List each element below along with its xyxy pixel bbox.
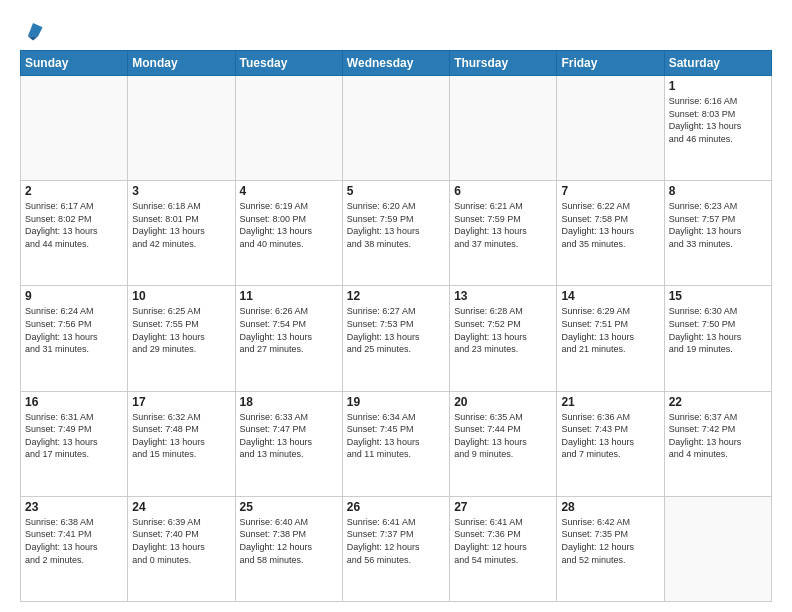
- day-number: 20: [454, 395, 552, 409]
- day-number: 28: [561, 500, 659, 514]
- day-number: 11: [240, 289, 338, 303]
- day-number: 19: [347, 395, 445, 409]
- day-info: Sunrise: 6:22 AM Sunset: 7:58 PM Dayligh…: [561, 200, 659, 250]
- calendar-cell: 8Sunrise: 6:23 AM Sunset: 7:57 PM Daylig…: [664, 181, 771, 286]
- day-info: Sunrise: 6:17 AM Sunset: 8:02 PM Dayligh…: [25, 200, 123, 250]
- calendar-cell: 21Sunrise: 6:36 AM Sunset: 7:43 PM Dayli…: [557, 391, 664, 496]
- calendar-cell: 3Sunrise: 6:18 AM Sunset: 8:01 PM Daylig…: [128, 181, 235, 286]
- calendar-cell: 12Sunrise: 6:27 AM Sunset: 7:53 PM Dayli…: [342, 286, 449, 391]
- day-info: Sunrise: 6:26 AM Sunset: 7:54 PM Dayligh…: [240, 305, 338, 355]
- calendar-cell: 9Sunrise: 6:24 AM Sunset: 7:56 PM Daylig…: [21, 286, 128, 391]
- calendar-cell: 18Sunrise: 6:33 AM Sunset: 7:47 PM Dayli…: [235, 391, 342, 496]
- day-number: 1: [669, 79, 767, 93]
- day-info: Sunrise: 6:23 AM Sunset: 7:57 PM Dayligh…: [669, 200, 767, 250]
- calendar-cell: 23Sunrise: 6:38 AM Sunset: 7:41 PM Dayli…: [21, 496, 128, 601]
- calendar-cell: 16Sunrise: 6:31 AM Sunset: 7:49 PM Dayli…: [21, 391, 128, 496]
- calendar-cell: [342, 76, 449, 181]
- calendar-header-row: SundayMondayTuesdayWednesdayThursdayFrid…: [21, 51, 772, 76]
- day-number: 27: [454, 500, 552, 514]
- day-info: Sunrise: 6:25 AM Sunset: 7:55 PM Dayligh…: [132, 305, 230, 355]
- calendar-header-thursday: Thursday: [450, 51, 557, 76]
- day-number: 16: [25, 395, 123, 409]
- day-info: Sunrise: 6:35 AM Sunset: 7:44 PM Dayligh…: [454, 411, 552, 461]
- day-number: 6: [454, 184, 552, 198]
- calendar-cell: 17Sunrise: 6:32 AM Sunset: 7:48 PM Dayli…: [128, 391, 235, 496]
- day-number: 17: [132, 395, 230, 409]
- day-number: 10: [132, 289, 230, 303]
- calendar-cell: 13Sunrise: 6:28 AM Sunset: 7:52 PM Dayli…: [450, 286, 557, 391]
- day-info: Sunrise: 6:30 AM Sunset: 7:50 PM Dayligh…: [669, 305, 767, 355]
- day-info: Sunrise: 6:21 AM Sunset: 7:59 PM Dayligh…: [454, 200, 552, 250]
- day-info: Sunrise: 6:20 AM Sunset: 7:59 PM Dayligh…: [347, 200, 445, 250]
- day-number: 15: [669, 289, 767, 303]
- day-number: 26: [347, 500, 445, 514]
- day-number: 24: [132, 500, 230, 514]
- day-number: 21: [561, 395, 659, 409]
- day-info: Sunrise: 6:42 AM Sunset: 7:35 PM Dayligh…: [561, 516, 659, 566]
- calendar-cell: 26Sunrise: 6:41 AM Sunset: 7:37 PM Dayli…: [342, 496, 449, 601]
- calendar-cell: 22Sunrise: 6:37 AM Sunset: 7:42 PM Dayli…: [664, 391, 771, 496]
- calendar-cell: 1Sunrise: 6:16 AM Sunset: 8:03 PM Daylig…: [664, 76, 771, 181]
- day-number: 22: [669, 395, 767, 409]
- logo: [20, 20, 44, 42]
- day-info: Sunrise: 6:37 AM Sunset: 7:42 PM Dayligh…: [669, 411, 767, 461]
- day-info: Sunrise: 6:41 AM Sunset: 7:36 PM Dayligh…: [454, 516, 552, 566]
- calendar-cell: [128, 76, 235, 181]
- day-info: Sunrise: 6:31 AM Sunset: 7:49 PM Dayligh…: [25, 411, 123, 461]
- day-number: 12: [347, 289, 445, 303]
- calendar-cell: 20Sunrise: 6:35 AM Sunset: 7:44 PM Dayli…: [450, 391, 557, 496]
- calendar-cell: 10Sunrise: 6:25 AM Sunset: 7:55 PM Dayli…: [128, 286, 235, 391]
- calendar-cell: 7Sunrise: 6:22 AM Sunset: 7:58 PM Daylig…: [557, 181, 664, 286]
- day-info: Sunrise: 6:38 AM Sunset: 7:41 PM Dayligh…: [25, 516, 123, 566]
- day-number: 3: [132, 184, 230, 198]
- calendar-week-row: 16Sunrise: 6:31 AM Sunset: 7:49 PM Dayli…: [21, 391, 772, 496]
- day-info: Sunrise: 6:32 AM Sunset: 7:48 PM Dayligh…: [132, 411, 230, 461]
- day-info: Sunrise: 6:27 AM Sunset: 7:53 PM Dayligh…: [347, 305, 445, 355]
- calendar-week-row: 2Sunrise: 6:17 AM Sunset: 8:02 PM Daylig…: [21, 181, 772, 286]
- calendar-week-row: 23Sunrise: 6:38 AM Sunset: 7:41 PM Dayli…: [21, 496, 772, 601]
- day-info: Sunrise: 6:40 AM Sunset: 7:38 PM Dayligh…: [240, 516, 338, 566]
- calendar-header-tuesday: Tuesday: [235, 51, 342, 76]
- logo-icon: [22, 20, 44, 42]
- calendar-cell: [557, 76, 664, 181]
- calendar-header-friday: Friday: [557, 51, 664, 76]
- calendar-week-row: 1Sunrise: 6:16 AM Sunset: 8:03 PM Daylig…: [21, 76, 772, 181]
- day-info: Sunrise: 6:36 AM Sunset: 7:43 PM Dayligh…: [561, 411, 659, 461]
- calendar-header-monday: Monday: [128, 51, 235, 76]
- day-info: Sunrise: 6:41 AM Sunset: 7:37 PM Dayligh…: [347, 516, 445, 566]
- calendar-header-sunday: Sunday: [21, 51, 128, 76]
- day-number: 13: [454, 289, 552, 303]
- page: SundayMondayTuesdayWednesdayThursdayFrid…: [0, 0, 792, 612]
- calendar-header-saturday: Saturday: [664, 51, 771, 76]
- calendar-cell: 27Sunrise: 6:41 AM Sunset: 7:36 PM Dayli…: [450, 496, 557, 601]
- day-info: Sunrise: 6:19 AM Sunset: 8:00 PM Dayligh…: [240, 200, 338, 250]
- calendar-cell: 15Sunrise: 6:30 AM Sunset: 7:50 PM Dayli…: [664, 286, 771, 391]
- calendar-cell: 24Sunrise: 6:39 AM Sunset: 7:40 PM Dayli…: [128, 496, 235, 601]
- calendar-cell: 28Sunrise: 6:42 AM Sunset: 7:35 PM Dayli…: [557, 496, 664, 601]
- day-number: 2: [25, 184, 123, 198]
- day-info: Sunrise: 6:39 AM Sunset: 7:40 PM Dayligh…: [132, 516, 230, 566]
- svg-marker-1: [28, 36, 38, 40]
- calendar-cell: 6Sunrise: 6:21 AM Sunset: 7:59 PM Daylig…: [450, 181, 557, 286]
- calendar-cell: [21, 76, 128, 181]
- day-number: 8: [669, 184, 767, 198]
- day-number: 25: [240, 500, 338, 514]
- day-info: Sunrise: 6:16 AM Sunset: 8:03 PM Dayligh…: [669, 95, 767, 145]
- calendar-cell: 14Sunrise: 6:29 AM Sunset: 7:51 PM Dayli…: [557, 286, 664, 391]
- day-number: 7: [561, 184, 659, 198]
- day-info: Sunrise: 6:18 AM Sunset: 8:01 PM Dayligh…: [132, 200, 230, 250]
- calendar-cell: 25Sunrise: 6:40 AM Sunset: 7:38 PM Dayli…: [235, 496, 342, 601]
- calendar-week-row: 9Sunrise: 6:24 AM Sunset: 7:56 PM Daylig…: [21, 286, 772, 391]
- day-number: 23: [25, 500, 123, 514]
- svg-marker-0: [28, 23, 43, 36]
- calendar-cell: 2Sunrise: 6:17 AM Sunset: 8:02 PM Daylig…: [21, 181, 128, 286]
- calendar-cell: 11Sunrise: 6:26 AM Sunset: 7:54 PM Dayli…: [235, 286, 342, 391]
- calendar-cell: 19Sunrise: 6:34 AM Sunset: 7:45 PM Dayli…: [342, 391, 449, 496]
- calendar-table: SundayMondayTuesdayWednesdayThursdayFrid…: [20, 50, 772, 602]
- day-number: 14: [561, 289, 659, 303]
- day-info: Sunrise: 6:24 AM Sunset: 7:56 PM Dayligh…: [25, 305, 123, 355]
- calendar-cell: [235, 76, 342, 181]
- day-info: Sunrise: 6:34 AM Sunset: 7:45 PM Dayligh…: [347, 411, 445, 461]
- calendar-cell: 5Sunrise: 6:20 AM Sunset: 7:59 PM Daylig…: [342, 181, 449, 286]
- day-info: Sunrise: 6:29 AM Sunset: 7:51 PM Dayligh…: [561, 305, 659, 355]
